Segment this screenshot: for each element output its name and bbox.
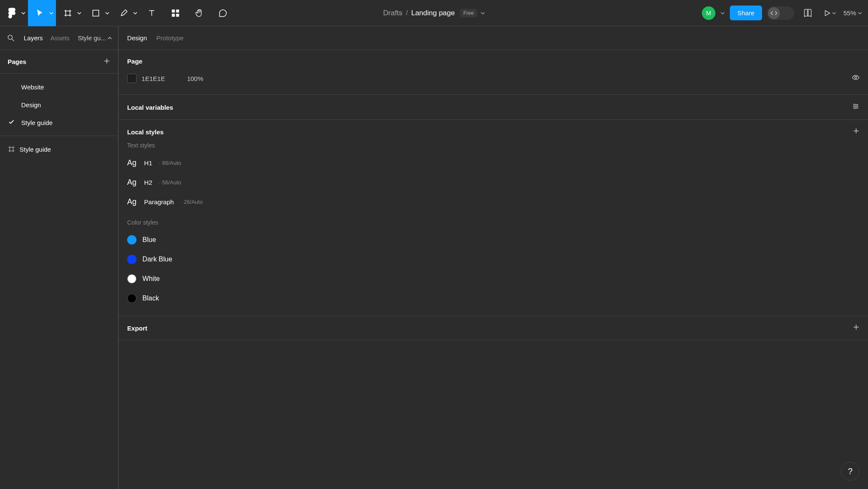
pages-title: Pages [8, 58, 26, 65]
book-icon [803, 8, 812, 18]
page-item-design[interactable]: Design [0, 96, 118, 114]
svg-point-10 [854, 107, 856, 109]
file-name[interactable]: Landing page [411, 9, 455, 17]
plan-badge: Free [460, 9, 477, 17]
main-menu-button[interactable] [0, 0, 28, 26]
play-icon [823, 9, 831, 17]
shape-tool-button[interactable] [84, 0, 112, 26]
chevron-down-icon [133, 11, 137, 15]
chevron-down-icon[interactable] [481, 11, 485, 15]
dev-mode-thumb [768, 7, 780, 19]
local-variables-section[interactable]: Local variables [119, 95, 868, 120]
dev-mode-toggle[interactable] [767, 6, 794, 20]
layer-label: Style guide [19, 146, 51, 153]
text-style-preview: Ag [127, 197, 139, 206]
plus-icon [103, 58, 110, 64]
text-style-preview: Ag [127, 178, 139, 187]
share-button[interactable]: Share [730, 6, 762, 20]
variables-settings-button[interactable] [852, 103, 860, 112]
move-tool-button[interactable] [28, 0, 56, 26]
tab-layers[interactable]: Layers [24, 34, 43, 42]
frame-tool-button[interactable] [56, 0, 84, 26]
visibility-toggle[interactable] [852, 74, 860, 83]
figma-logo-icon [8, 8, 16, 19]
zoom-level[interactable]: 55% [843, 9, 862, 17]
text-tool-button[interactable] [140, 0, 164, 26]
left-panel-tabs: Layers Assets Style gu... [0, 26, 118, 50]
opacity-value[interactable]: 100% [187, 75, 203, 82]
export-title: Export [127, 325, 147, 332]
cursor-icon [36, 9, 44, 17]
toolbar-left-group [0, 0, 235, 26]
resources-button[interactable] [164, 0, 187, 26]
svg-point-0 [12, 11, 15, 15]
left-panel: Layers Assets Style gu... Pages Website … [0, 26, 118, 489]
text-icon [147, 9, 156, 17]
right-panel-tabs: Design Prototype [119, 26, 868, 50]
text-style-name: H1 [144, 159, 152, 167]
text-style-h1[interactable]: Ag H1 · 86/Auto [127, 153, 860, 172]
layer-item-style-guide[interactable]: Style guide [0, 140, 118, 158]
color-style-blue[interactable]: Blue [127, 230, 860, 250]
hand-tool-button[interactable] [187, 0, 211, 26]
local-variables-title: Local variables [127, 104, 173, 111]
top-toolbar: Drafts / Landing page Free M Share 55% [0, 0, 868, 26]
page-dropdown[interactable]: Style gu... [78, 34, 112, 42]
color-style-name: Dark Blue [142, 256, 172, 263]
color-style-name: Blue [142, 236, 156, 244]
page-label: Website [21, 83, 44, 91]
present-button[interactable] [821, 5, 838, 22]
text-style-name: H2 [144, 179, 152, 186]
rectangle-icon [92, 9, 100, 17]
library-button[interactable] [799, 5, 816, 22]
local-styles-title: Local styles [127, 128, 164, 136]
page-item-website[interactable]: Website [0, 78, 118, 96]
color-styles-header: Color styles [127, 219, 860, 226]
text-style-meta: · 26/Auto [181, 199, 203, 205]
page-background-row[interactable]: 1E1E1E 100% [127, 70, 860, 87]
breadcrumb-separator: / [406, 9, 408, 17]
export-section[interactable]: Export [119, 316, 868, 340]
svg-rect-4 [172, 14, 175, 17]
search-button[interactable] [6, 30, 16, 47]
add-style-button[interactable] [853, 128, 860, 136]
color-style-dark-blue[interactable]: Dark Blue [127, 250, 860, 269]
add-page-button[interactable] [103, 58, 110, 66]
text-style-h2[interactable]: Ag H2 · 56/Auto [127, 172, 860, 192]
text-style-preview: Ag [127, 158, 139, 167]
comment-icon [218, 8, 228, 18]
pen-tool-button[interactable] [112, 0, 140, 26]
color-style-black[interactable]: Black [127, 289, 860, 308]
eye-icon [852, 74, 860, 81]
chevron-down-icon [77, 11, 81, 15]
color-style-name: White [142, 275, 160, 283]
zoom-value: 55% [843, 9, 856, 17]
color-swatch[interactable] [127, 74, 136, 83]
chevron-down-icon [832, 11, 836, 15]
plus-icon [853, 128, 860, 134]
color-swatch [127, 274, 136, 283]
tab-prototype[interactable]: Prototype [156, 34, 184, 42]
tab-assets[interactable]: Assets [50, 34, 70, 42]
hex-value[interactable]: 1E1E1E [142, 75, 165, 82]
search-icon [7, 34, 15, 42]
svg-point-6 [8, 35, 12, 39]
page-item-style-guide[interactable]: Style guide [0, 114, 118, 131]
breadcrumb-location[interactable]: Drafts [383, 9, 402, 17]
color-style-white[interactable]: White [127, 269, 860, 289]
breadcrumb: Drafts / Landing page Free [383, 9, 485, 17]
svg-point-9 [856, 106, 858, 107]
toolbar-right-group: M Share 55% [702, 5, 868, 22]
comment-tool-button[interactable] [211, 0, 235, 26]
avatar[interactable]: M [702, 6, 715, 20]
help-button[interactable]: ? [841, 462, 860, 481]
add-export-button[interactable] [853, 324, 860, 332]
pen-icon [120, 9, 128, 17]
svg-point-8 [854, 104, 855, 106]
tab-design[interactable]: Design [127, 34, 147, 42]
chevron-down-icon[interactable] [721, 11, 725, 15]
pages-section-header: Pages [0, 50, 118, 74]
svg-rect-3 [176, 10, 179, 12]
text-style-paragraph[interactable]: Ag Paragraph · 26/Auto [127, 192, 860, 211]
resources-icon [171, 9, 180, 17]
